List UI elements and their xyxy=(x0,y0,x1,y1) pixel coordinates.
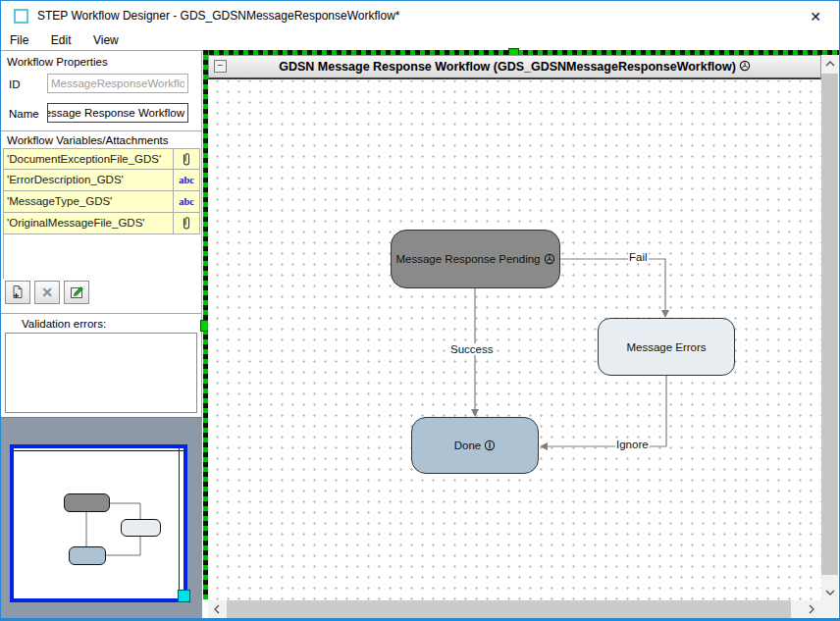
workflow-frame-header[interactable]: − GDSN Message Response Workflow (GDS_GD… xyxy=(208,55,821,79)
scroll-left-button[interactable] xyxy=(208,600,226,618)
app-icon xyxy=(14,9,28,24)
workflow-canvas[interactable]: Message Response Pending Message Errors … xyxy=(208,80,821,600)
horizontal-scrollbar[interactable] xyxy=(208,600,821,618)
node-message-errors[interactable]: Message Errors xyxy=(598,318,735,376)
validation-errors-box xyxy=(5,333,197,413)
scroll-right-button[interactable] xyxy=(803,600,820,618)
scroll-up-button[interactable] xyxy=(821,55,838,72)
node-label: Done xyxy=(454,440,482,451)
name-label: Name xyxy=(9,108,39,120)
variables-table-empty-area xyxy=(3,234,200,279)
attachment-type-cell xyxy=(174,149,199,169)
workflow-id-field[interactable] xyxy=(47,74,188,93)
table-row[interactable]: 'OriginalMessageFile_GDS' xyxy=(3,213,200,234)
delete-variable-button[interactable]: ✕ xyxy=(34,281,60,304)
menu-bar: File Edit View xyxy=(1,30,839,50)
abc-text-icon: abc xyxy=(179,175,194,185)
table-row[interactable]: 'ErrorDescription_GDS' abc xyxy=(3,170,200,191)
app-window: STEP Workflow Designer - GDS_GDSNMessage… xyxy=(0,0,840,621)
new-document-plus-icon xyxy=(10,285,26,300)
validation-errors-label: Validation errors: xyxy=(22,318,106,330)
horizontal-scroll-thumb[interactable] xyxy=(227,600,791,618)
edit-variable-button[interactable] xyxy=(64,281,89,304)
minimap-panel xyxy=(1,417,202,618)
collapse-button[interactable]: − xyxy=(214,60,227,73)
properties-panel: Workflow Properties ID Name Message Resp… xyxy=(1,51,202,618)
node-message-response-pending[interactable]: Message Response Pending xyxy=(391,230,560,288)
chevron-left-icon xyxy=(214,604,220,614)
window-title: STEP Workflow Designer - GDS_GDSNMessage… xyxy=(37,9,399,23)
workflow-name-field[interactable]: Message Response Workflow xyxy=(47,103,188,123)
minimap-resize-handle[interactable] xyxy=(178,590,190,602)
variables-table: 'DocumentExceptionFile_GDS' 'ErrorDescri… xyxy=(3,148,200,234)
table-row[interactable]: 'MessageType_GDS' abc xyxy=(3,191,200,213)
scroll-down-button[interactable] xyxy=(821,584,838,600)
menu-file[interactable]: File xyxy=(1,31,37,47)
node-label: Message Errors xyxy=(626,341,706,353)
abc-text-icon: abc xyxy=(179,196,194,207)
menu-view[interactable]: View xyxy=(84,31,128,47)
id-label: ID xyxy=(9,78,21,90)
variable-name: 'MessageType_GDS' xyxy=(4,191,174,212)
minimap-node-errors xyxy=(121,519,161,537)
minimap-viewport[interactable] xyxy=(10,444,187,602)
delete-x-icon: ✕ xyxy=(41,285,53,299)
done-state-icon xyxy=(484,440,496,451)
paperclip-icon xyxy=(181,216,192,231)
workflow-frame-title: GDSN Message Response Workflow (GDS_GDSN… xyxy=(279,60,736,74)
minimap-node-pending xyxy=(64,493,110,512)
variables-header: Workflow Variables/Attachments xyxy=(7,134,168,146)
edge-label-ignore: Ignore xyxy=(615,439,650,450)
edit-pencil-icon xyxy=(69,285,84,300)
variable-name: 'OriginalMessageFile_GDS' xyxy=(4,213,174,233)
variable-name: 'ErrorDescription_GDS' xyxy=(4,170,174,190)
chevron-up-icon xyxy=(825,61,835,67)
edge-label-success: Success xyxy=(449,343,494,355)
chevron-right-icon xyxy=(809,604,814,614)
vertical-scrollbar[interactable] xyxy=(821,55,838,600)
attachment-type-cell xyxy=(174,213,199,233)
vertical-scroll-thumb[interactable] xyxy=(821,74,838,575)
title-bar: STEP Workflow Designer - GDS_GDSNMessage… xyxy=(1,1,839,30)
pending-state-icon xyxy=(544,253,555,265)
text-type-cell: abc xyxy=(174,191,199,212)
workflow-state-icon xyxy=(739,60,751,72)
section-divider xyxy=(1,313,202,314)
workflow-properties-header: Workflow Properties xyxy=(7,56,108,68)
section-divider xyxy=(1,130,202,131)
node-label: Message Response Pending xyxy=(395,253,540,265)
edge-label-fail: Fail xyxy=(628,251,649,263)
add-variable-button[interactable] xyxy=(5,281,30,304)
paperclip-icon xyxy=(181,152,192,167)
node-done[interactable]: Done xyxy=(411,417,539,474)
close-button[interactable]: ✕ xyxy=(806,7,825,26)
text-type-cell: abc xyxy=(174,170,199,190)
table-row[interactable]: 'DocumentExceptionFile_GDS' xyxy=(3,148,200,170)
scrollbar-corner xyxy=(821,600,838,618)
chevron-down-icon xyxy=(825,590,835,595)
variable-name: 'DocumentExceptionFile_GDS' xyxy=(4,149,174,169)
minimap-node-done xyxy=(69,546,106,565)
menu-edit[interactable]: Edit xyxy=(42,31,80,47)
